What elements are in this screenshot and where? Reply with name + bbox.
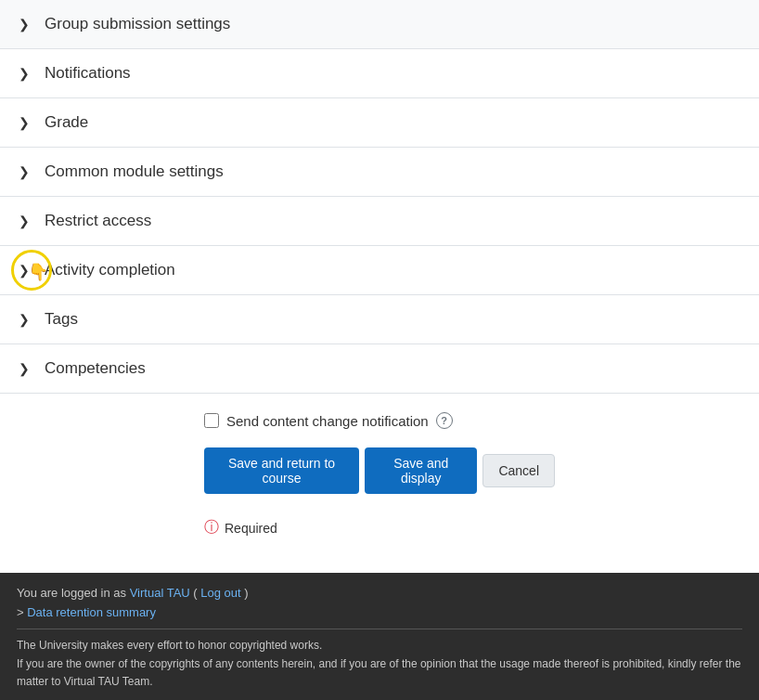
required-text: Required: [225, 521, 277, 536]
chevron-icon: ❯: [19, 115, 30, 130]
footer-paren-close: ): [244, 586, 248, 600]
accordion-header-competencies[interactable]: ❯ Competencies: [0, 344, 759, 393]
footer-copyright: The University makes every effort to hon…: [17, 629, 742, 691]
accordion-label-group-submission: Group submission settings: [45, 15, 230, 33]
accordion-item-common-module: ❯ Common module settings: [0, 148, 759, 197]
chevron-icon: ❯: [19, 17, 30, 32]
accordion-label-tags: Tags: [45, 310, 78, 329]
accordion-header-tags[interactable]: ❯ Tags: [0, 295, 759, 344]
accordion-item-grade: ❯ Grade: [0, 98, 759, 148]
button-row: Save and return to course Save and displ…: [204, 447, 555, 494]
data-retention-link[interactable]: Data retention summary: [27, 605, 156, 619]
accordion-item-group-submission: ❯ Group submission settings: [0, 0, 759, 49]
copyright-line2: If you are the owner of the copyrights o…: [17, 655, 742, 691]
accordion-item-activity-completion: ❯ 👇 Activity completion: [0, 246, 759, 295]
chevron-icon: ❯: [19, 66, 30, 81]
logout-link[interactable]: Log out: [200, 586, 240, 600]
accordion-item-tags: ❯ Tags: [0, 295, 759, 344]
accordion-header-activity-completion[interactable]: ❯ 👇 Activity completion: [0, 246, 759, 294]
save-return-button[interactable]: Save and return to course: [204, 447, 359, 494]
accordion-label-notifications: Notifications: [45, 64, 131, 83]
chevron-icon: ❯: [19, 361, 30, 376]
required-icon: ⓘ: [204, 518, 219, 538]
site-footer: You are logged in as Virtual TAU ( Log o…: [0, 573, 759, 700]
copyright-line1: The University makes every effort to hon…: [17, 637, 742, 655]
chevron-icon: ❯: [19, 263, 30, 278]
accordion-item-restrict-access: ❯ Restrict access: [0, 197, 759, 246]
save-display-button[interactable]: Save and display: [365, 447, 477, 494]
accordion-list: ❯ Group submission settings ❯ Notificati…: [0, 0, 759, 394]
username-link[interactable]: Virtual TAU: [130, 586, 190, 600]
accordion-header-grade[interactable]: ❯ Grade: [0, 98, 759, 147]
accordion-label-restrict-access: Restrict access: [45, 212, 151, 230]
cancel-button[interactable]: Cancel: [482, 454, 555, 487]
form-area: Send content change notification ? Save …: [0, 394, 759, 562]
accordion-header-notifications[interactable]: ❯ Notifications: [0, 49, 759, 97]
send-notification-label: Send content change notification: [226, 413, 429, 429]
chevron-icon: ❯: [19, 164, 30, 179]
accordion-label-activity-completion: Activity completion: [45, 261, 175, 279]
chevron-wrapper: ❯ 👇: [19, 263, 45, 278]
accordion-item-notifications: ❯ Notifications: [0, 49, 759, 98]
accordion-header-restrict-access[interactable]: ❯ Restrict access: [0, 197, 759, 245]
chevron-icon: ❯: [19, 214, 30, 228]
data-retention-link-wrapper: Data retention summary: [17, 605, 742, 619]
logged-in-prefix: You are logged in as: [17, 586, 130, 600]
accordion-label-competencies: Competencies: [45, 359, 146, 378]
required-row: ⓘ Required: [204, 512, 555, 543]
send-notification-checkbox[interactable]: [204, 413, 219, 428]
accordion-label-common-module: Common module settings: [45, 162, 224, 181]
accordion-label-grade: Grade: [45, 113, 88, 132]
footer-login-line: You are logged in as Virtual TAU ( Log o…: [17, 586, 742, 600]
footer-paren-open: (: [193, 586, 197, 600]
notification-row: Send content change notification ?: [204, 412, 555, 429]
chevron-icon: ❯: [19, 312, 30, 327]
help-icon[interactable]: ?: [436, 412, 453, 429]
accordion-header-group-submission[interactable]: ❯ Group submission settings: [0, 0, 759, 48]
accordion-item-competencies: ❯ Competencies: [0, 344, 759, 394]
accordion-header-common-module[interactable]: ❯ Common module settings: [0, 148, 759, 196]
